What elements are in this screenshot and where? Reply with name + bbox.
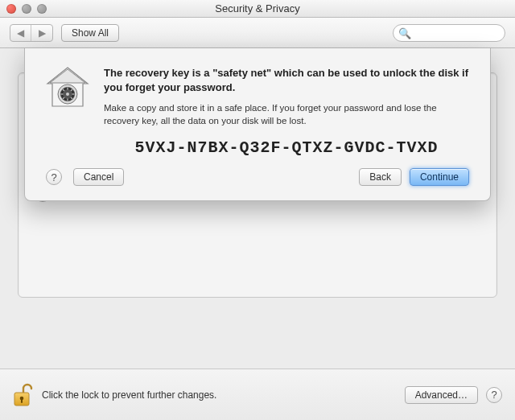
advanced-button[interactable]: Advanced… — [405, 386, 478, 404]
window-close-button[interactable] — [6, 4, 16, 14]
sheet-button-row: ? Cancel Back Continue — [46, 168, 469, 186]
show-all-button[interactable]: Show All — [61, 24, 119, 42]
toolbar: ◀ ▶ Show All 🔍 — [0, 18, 515, 48]
continue-button[interactable]: Continue — [410, 168, 469, 186]
svg-point-13 — [66, 93, 69, 96]
svg-rect-16 — [21, 399, 23, 403]
back-icon: ◀ — [17, 27, 24, 39]
sheet-help-button[interactable]: ? — [46, 169, 62, 185]
bottom-bar: Click the lock to prevent further change… — [0, 369, 515, 420]
lock-button[interactable] — [13, 383, 34, 407]
forward-icon: ▶ — [39, 27, 46, 39]
sheet-body-text: Make a copy and store it in a safe place… — [104, 102, 469, 127]
prefs-help-button[interactable]: ? — [486, 387, 502, 403]
window-zoom-button[interactable] — [37, 4, 47, 14]
back-button[interactable]: Back — [359, 168, 402, 186]
sheet-heading: The recovery key is a "safety net" which… — [104, 66, 469, 94]
recovery-key-value: 5VXJ-N7BX-Q32F-QTXZ-GVDC-TVXD — [104, 138, 469, 157]
filevault-house-icon — [46, 66, 89, 168]
lock-message: Click the lock to prevent further change… — [42, 389, 216, 401]
unlocked-lock-icon — [13, 383, 34, 407]
window-title: Security & Privacy — [0, 2, 515, 14]
cancel-button[interactable]: Cancel — [73, 168, 124, 186]
search-icon: 🔍 — [398, 27, 411, 39]
nav-forward-button[interactable]: ▶ — [31, 25, 52, 41]
nav-back-forward: ◀ ▶ — [10, 24, 53, 42]
window-minimize-button[interactable] — [22, 4, 31, 14]
titlebar: Security & Privacy — [0, 0, 515, 18]
recovery-key-sheet: The recovery key is a "safety net" which… — [24, 48, 491, 201]
nav-back-button[interactable]: ◀ — [10, 25, 31, 41]
svg-marker-1 — [50, 69, 85, 83]
search-field-wrap: 🔍 — [393, 24, 505, 42]
window-traffic-lights — [6, 4, 47, 14]
